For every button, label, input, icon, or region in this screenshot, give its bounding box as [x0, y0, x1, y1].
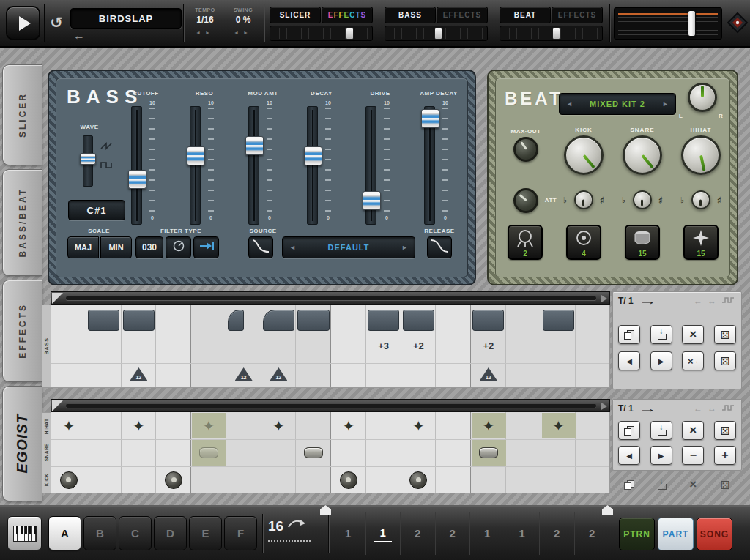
kit-next-icon[interactable]: ►	[656, 100, 675, 108]
step-cell[interactable]	[576, 305, 610, 387]
sidebar-tab-slicer[interactable]: SLICER	[2, 64, 42, 165]
pattern-length-value[interactable]: 16	[268, 518, 283, 534]
slider-handle[interactable]	[434, 27, 442, 40]
mod-source-dropdown[interactable]: ◄ DEFAULT ►	[282, 236, 415, 258]
filter-shape-button[interactable]	[166, 236, 191, 258]
bass-paste-button[interactable]	[650, 325, 672, 344]
pattern-slot-5[interactable]: 1	[470, 512, 505, 555]
bass-nudge-right-button[interactable]: ▶	[650, 351, 672, 370]
pulse-icon[interactable]	[721, 294, 736, 307]
pan-knob[interactable]	[688, 83, 717, 112]
expand-icon[interactable]: ↔	[708, 403, 716, 414]
drum-remove-step-button[interactable]: −	[682, 446, 704, 465]
hihat-hit[interactable]: ✦	[122, 412, 157, 439]
hihat-hit[interactable]: ✦	[401, 412, 437, 439]
loop-start-handle[interactable]	[320, 505, 331, 515]
loop-end-handle[interactable]	[602, 505, 613, 515]
filter-route-button[interactable]	[193, 236, 219, 258]
bass-random-button[interactable]: ⚄	[714, 325, 736, 344]
song-mode-button[interactable]: SONG	[697, 518, 732, 550]
fader-handle[interactable]	[245, 136, 264, 155]
pattern-slot-8[interactable]: 2	[575, 512, 610, 555]
snare-hit[interactable]	[471, 439, 506, 466]
drum-clear-flat-button[interactable]: ×	[682, 475, 704, 494]
tune-knob[interactable]	[633, 190, 652, 209]
fader-handle[interactable]	[304, 146, 322, 165]
hihat-hit[interactable]: ✦	[541, 412, 576, 439]
pattern-length-control[interactable]: 16	[268, 518, 327, 542]
fader-handle[interactable]	[421, 109, 439, 128]
step-cell[interactable]	[226, 412, 261, 493]
master-slider-handle[interactable]	[688, 10, 696, 37]
step-cell[interactable]	[86, 412, 122, 493]
kick-hit[interactable]	[156, 466, 191, 493]
step-cell[interactable]	[156, 305, 191, 387]
hihat-hit[interactable]: ✦	[471, 412, 506, 439]
slicer-balance-slider[interactable]	[270, 26, 373, 41]
pattern-slot-3[interactable]: 2	[401, 512, 436, 555]
keyboard-button[interactable]	[7, 516, 42, 550]
bass-note[interactable]	[123, 310, 155, 331]
bass-random-alt-button[interactable]: ⚄	[714, 351, 736, 370]
slider-handle[interactable]	[552, 27, 560, 40]
bass-note[interactable]	[543, 310, 574, 331]
retrigger-icon[interactable]: ↺	[45, 12, 67, 34]
tab-slicer-effects[interactable]: EFFECTS	[322, 7, 373, 23]
sidebar-tab-bass-beat[interactable]: BASS/BEAT	[2, 169, 42, 276]
tempo-arrows-icon[interactable]: ◄►	[186, 30, 224, 35]
bass-clear-button[interactable]: ×	[682, 325, 704, 344]
scale-maj-button[interactable]: MAJ	[67, 236, 99, 258]
bass-balance-slider[interactable]	[385, 26, 488, 41]
step-cell[interactable]	[436, 412, 471, 493]
drum-nudge-right-button[interactable]: ▶	[650, 446, 672, 465]
fader-track[interactable]	[131, 106, 142, 225]
fader-track[interactable]	[365, 106, 376, 225]
kick-hit[interactable]	[331, 466, 366, 493]
fader-track[interactable]	[307, 106, 318, 225]
step-cell[interactable]	[506, 412, 541, 493]
expand-icon[interactable]: ↔	[708, 296, 716, 306]
fader-handle[interactable]	[187, 146, 205, 165]
bass-nudge-left-button[interactable]: ◀	[618, 351, 640, 370]
bass-copy-button[interactable]	[618, 325, 640, 344]
fader-handle[interactable]	[128, 170, 146, 189]
pattern-slot-4[interactable]: 2	[436, 512, 471, 555]
hihat-hit[interactable]: ✦	[331, 412, 366, 439]
step-cell[interactable]	[51, 305, 86, 387]
beat-balance-slider[interactable]	[500, 26, 603, 41]
tune-knob[interactable]	[691, 190, 710, 209]
kit-selector[interactable]: ◄ MIXED KIT 2 ►	[559, 93, 676, 115]
sidebar-tab-effects[interactable]: EFFECTS	[2, 280, 42, 382]
fader-track[interactable]	[190, 106, 201, 225]
perc-pad[interactable]: 4	[566, 225, 601, 260]
tune-knob[interactable]	[574, 190, 593, 209]
kit-prev-icon[interactable]: ◄	[560, 100, 579, 108]
bank-c-button[interactable]: C	[119, 516, 152, 550]
pulse-icon[interactable]	[721, 402, 736, 415]
kick-hit[interactable]	[51, 466, 86, 493]
division-value[interactable]: T/ 1	[618, 296, 634, 306]
pattern-slot-6[interactable]: 1	[505, 512, 541, 555]
attack-knob[interactable]	[513, 188, 538, 213]
tab-beat[interactable]: BEAT	[500, 7, 551, 23]
bank-d-button[interactable]: D	[154, 516, 187, 550]
kick-drum-pad[interactable]: 2	[508, 225, 543, 260]
pattern-slot-2[interactable]: 1	[366, 512, 401, 555]
wave-slider[interactable]	[83, 135, 93, 187]
bass-clear-mod-button[interactable]: ×→	[682, 351, 704, 370]
snare-hit[interactable]	[191, 439, 226, 466]
dropdown-next-icon[interactable]: ►	[395, 244, 415, 251]
drum-random-button[interactable]: ⚄	[714, 421, 736, 440]
bank-a-button[interactable]: A	[48, 516, 81, 550]
drum-copy-button[interactable]	[618, 421, 640, 440]
kick-hit[interactable]	[401, 466, 437, 493]
release-envelope-button[interactable]	[427, 236, 452, 258]
bass-note[interactable]	[263, 310, 294, 331]
hihat-hit[interactable]: ✦	[191, 412, 226, 439]
tab-beat-effects[interactable]: EFFECTS	[552, 7, 603, 23]
swing-control[interactable]: SWING 0 % ◄►	[224, 7, 262, 35]
pattern-slot-1[interactable]: 1	[331, 512, 366, 555]
shift-left-icon[interactable]: ←	[694, 296, 702, 306]
step-cell[interactable]	[436, 305, 471, 387]
fader-track[interactable]	[424, 106, 435, 225]
